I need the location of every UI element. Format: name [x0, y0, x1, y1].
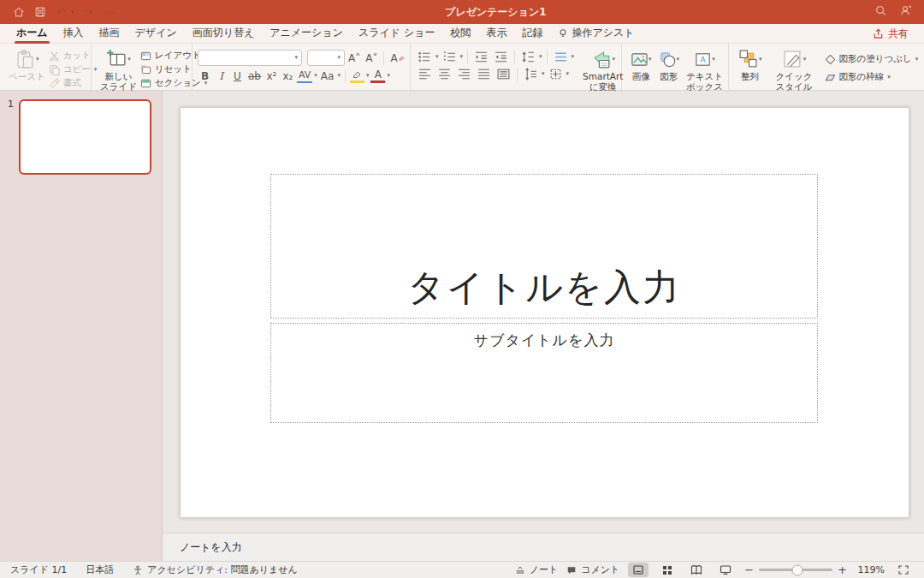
notes-placeholder-text: ノートを入力: [180, 540, 242, 555]
align-objects-button[interactable]: [547, 67, 565, 81]
zoom-slider-knob[interactable]: [791, 564, 803, 575]
vertical-align-icon: [524, 67, 538, 81]
numbering-button[interactable]: [441, 50, 459, 64]
align-center-icon: [437, 67, 452, 81]
zoom-in-button[interactable]: +: [838, 563, 847, 576]
accessibility-status[interactable]: アクセシビリティ: 問題ありません: [133, 563, 298, 576]
tab-view[interactable]: 表示: [478, 23, 514, 44]
language-indicator[interactable]: 日本語: [86, 563, 114, 576]
cut-button: カット: [49, 50, 98, 62]
increase-font-button[interactable]: A˄: [346, 51, 362, 65]
arrange-group: ▾ 整列 ▾ クイックスタイル 図形の塗りつぶし▾ 図形の枠線▾: [729, 44, 924, 90]
insert-group: ▾ 画像 ▾ 図形 A ▾ テキストボックス: [622, 44, 729, 90]
new-slide-icon: [106, 49, 127, 70]
zoom-out-button[interactable]: −: [744, 563, 754, 576]
notes-pane[interactable]: ノートを入力: [163, 533, 924, 561]
subtitle-placeholder-text: サブタイトルを入力: [474, 331, 615, 350]
character-spacing-button[interactable]: AV: [297, 69, 312, 83]
justify-button[interactable]: [475, 67, 493, 81]
clear-formatting-button[interactable]: A: [388, 51, 406, 65]
shape-fill-button[interactable]: 図形の塗りつぶし▾: [825, 53, 919, 65]
notes-toggle-button[interactable]: ノート: [515, 563, 559, 576]
slideshow-view-button[interactable]: [715, 563, 736, 577]
superscript-button[interactable]: x²: [264, 69, 279, 83]
slide-editor[interactable]: タイトルを入力 サブタイトルを入力: [180, 107, 909, 518]
paragraph-group: ▾ ▾ ▾ ▾: [411, 44, 622, 90]
editing-canvas[interactable]: タイトルを入力 サブタイトルを入力: [163, 91, 924, 533]
strikethrough-button[interactable]: ab: [246, 69, 263, 83]
tab-transitions[interactable]: 画面切り替え: [185, 23, 263, 44]
share-button[interactable]: 共有: [873, 27, 915, 41]
increase-indent-button[interactable]: [492, 50, 510, 64]
normal-view-button[interactable]: [628, 563, 649, 577]
comments-toggle-button[interactable]: コメント: [566, 563, 619, 576]
underline-button[interactable]: U: [230, 69, 245, 83]
home-icon[interactable]: [12, 6, 25, 19]
tab-draw[interactable]: 描画: [92, 23, 127, 44]
fit-slide-to-window-button[interactable]: [893, 563, 914, 577]
insert-textbox-button[interactable]: A ▾ テキストボックス: [683, 48, 726, 92]
columns-icon: [496, 67, 511, 81]
scissors-icon: [49, 51, 60, 62]
section-icon: [140, 78, 151, 89]
subscript-button[interactable]: x₂: [281, 69, 295, 83]
decrease-indent-button[interactable]: [472, 50, 490, 64]
highlighter-icon: [352, 70, 362, 79]
tab-design[interactable]: デザイン: [127, 23, 185, 44]
change-case-button[interactable]: Aa: [319, 69, 336, 83]
columns-button[interactable]: [495, 67, 512, 81]
copy-icon: [49, 64, 60, 75]
italic-button[interactable]: I: [214, 69, 228, 83]
insert-shapes-button[interactable]: ▾ 図形: [655, 48, 684, 81]
bullets-button[interactable]: [416, 50, 434, 64]
title-placeholder-text: タイトルを入力: [407, 263, 681, 313]
align-right-button[interactable]: [455, 67, 473, 81]
svg-text:A: A: [701, 55, 707, 64]
text-direction-button[interactable]: [552, 50, 570, 64]
decrease-font-button[interactable]: A˅: [364, 51, 379, 65]
shape-outline-button[interactable]: 図形の枠線▾: [825, 71, 919, 83]
arrange-button[interactable]: ▾ 整列: [734, 48, 766, 81]
quick-styles-icon: [782, 49, 803, 70]
zoom-control: − +: [744, 563, 847, 576]
smartart-convert-button[interactable]: ▾ SmartArtに変換: [579, 48, 626, 92]
line-spacing-button[interactable]: [519, 50, 537, 64]
align-center-button[interactable]: [435, 67, 453, 81]
reading-view-button[interactable]: [686, 563, 707, 577]
slide-sorter-view-button[interactable]: [657, 563, 678, 577]
search-icon[interactable]: [874, 4, 887, 20]
new-slide-button[interactable]: ▾ 新しいスライド: [97, 48, 140, 92]
shape-fill-icon: [825, 54, 836, 65]
save-icon[interactable]: [33, 6, 46, 19]
zoom-slider[interactable]: [759, 569, 832, 571]
bold-button[interactable]: B: [198, 69, 212, 83]
subtitle-placeholder[interactable]: サブタイトルを入力: [270, 323, 818, 423]
tab-insert[interactable]: 挿入: [56, 23, 92, 44]
insert-image-button[interactable]: ▾ 画像: [627, 48, 655, 81]
paste-button: ▾ ペースト: [5, 48, 49, 81]
vertical-align-button[interactable]: [522, 67, 540, 81]
font-color-button[interactable]: A: [370, 69, 385, 83]
account-icon[interactable]: [899, 4, 912, 20]
copy-button: コピー▾: [49, 63, 98, 75]
tab-record[interactable]: 記録: [514, 23, 550, 44]
font-size-combo[interactable]: ▾: [307, 50, 345, 66]
font-name-combo[interactable]: ▾: [198, 50, 302, 66]
tab-assist[interactable]: 操作アシスト: [550, 23, 642, 44]
more-commands-icon[interactable]: ⋯: [104, 6, 117, 19]
slide-number-label: 1: [8, 98, 14, 110]
tab-slideshow[interactable]: スライド ショー: [351, 23, 443, 44]
zoom-level[interactable]: 119%: [856, 564, 885, 575]
tab-review[interactable]: 校閲: [442, 23, 478, 44]
tab-animations[interactable]: アニメーション: [262, 23, 351, 44]
quick-styles-button[interactable]: ▾ クイックスタイル: [773, 48, 816, 92]
slideshow-icon: [720, 564, 732, 575]
shapes-icon: [659, 51, 677, 69]
notes-toggle-icon: [515, 565, 525, 575]
align-left-button[interactable]: [416, 67, 434, 81]
tab-home[interactable]: ホーム: [9, 23, 56, 44]
highlight-color-button[interactable]: [350, 69, 364, 83]
title-placeholder[interactable]: タイトルを入力: [270, 174, 818, 319]
title-bar: ↶ ▾ ↷ ⋯ プレゼンテーション1: [0, 0, 924, 24]
slide-thumbnail[interactable]: [19, 99, 151, 175]
